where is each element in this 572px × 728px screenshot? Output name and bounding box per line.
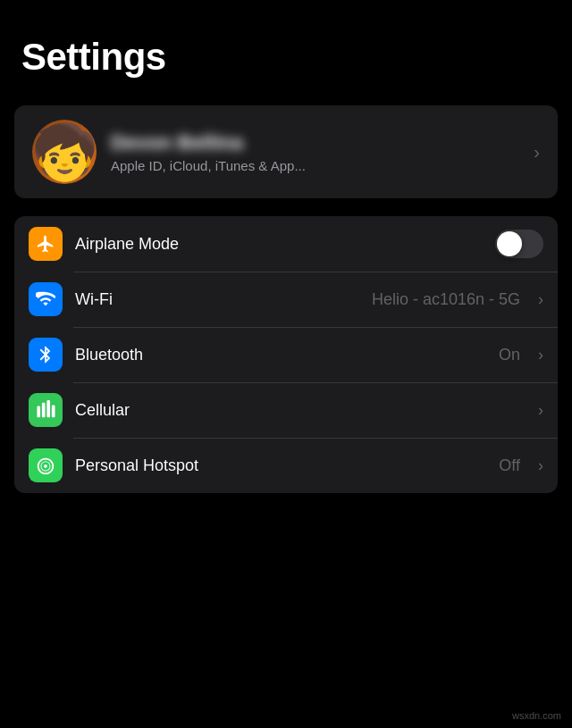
wifi-label: Wi-Fi	[75, 290, 359, 309]
hotspot-icon-wrapper	[29, 448, 63, 482]
profile-chevron-icon: ›	[534, 142, 540, 163]
wifi-row[interactable]: Wi-Fi Helio - ac1016n - 5G ›	[14, 272, 558, 327]
watermark: wsxdn.com	[512, 710, 561, 721]
cellular-chevron-icon: ›	[538, 401, 543, 420]
cellular-icon	[36, 400, 55, 420]
toggle-knob	[497, 231, 522, 256]
bluetooth-icon	[36, 345, 55, 364]
airplane-mode-label: Airplane Mode	[75, 235, 483, 254]
cellular-label: Cellular	[75, 401, 526, 420]
airplane-icon	[36, 234, 55, 254]
profile-info: Devon Bellina Apple ID, iCloud, iTunes &…	[111, 131, 519, 173]
bluetooth-chevron-icon: ›	[538, 346, 543, 364]
cellular-row[interactable]: Cellular ›	[14, 382, 558, 438]
bluetooth-label: Bluetooth	[75, 346, 486, 364]
wifi-chevron-icon: ›	[538, 290, 543, 309]
cellular-icon-wrapper	[29, 393, 63, 427]
personal-hotspot-row[interactable]: Personal Hotspot Off ›	[14, 438, 558, 493]
avatar: 🧒	[32, 120, 97, 184]
wifi-value: Helio - ac1016n - 5G	[372, 290, 520, 309]
personal-hotspot-value: Off	[499, 456, 520, 475]
bluetooth-value: On	[499, 346, 520, 364]
bluetooth-icon-wrapper	[29, 338, 63, 372]
settings-group: Airplane Mode Wi-Fi Helio - ac1016n - 5G…	[14, 216, 558, 493]
wifi-icon-wrapper	[29, 282, 63, 316]
profile-subtitle: Apple ID, iCloud, iTunes & App...	[111, 158, 519, 173]
bluetooth-row[interactable]: Bluetooth On ›	[14, 327, 558, 382]
hotspot-icon	[36, 456, 55, 475]
wifi-icon	[36, 289, 55, 309]
profile-name: Devon Bellina	[111, 131, 519, 155]
page-title: Settings	[21, 36, 551, 79]
airplane-mode-toggle[interactable]	[495, 230, 543, 258]
profile-row[interactable]: 🧒 Devon Bellina Apple ID, iCloud, iTunes…	[14, 105, 558, 198]
airplane-mode-row[interactable]: Airplane Mode	[14, 216, 558, 272]
personal-hotspot-chevron-icon: ›	[538, 456, 543, 475]
airplane-mode-icon-wrapper	[29, 227, 63, 261]
personal-hotspot-label: Personal Hotspot	[75, 456, 486, 475]
